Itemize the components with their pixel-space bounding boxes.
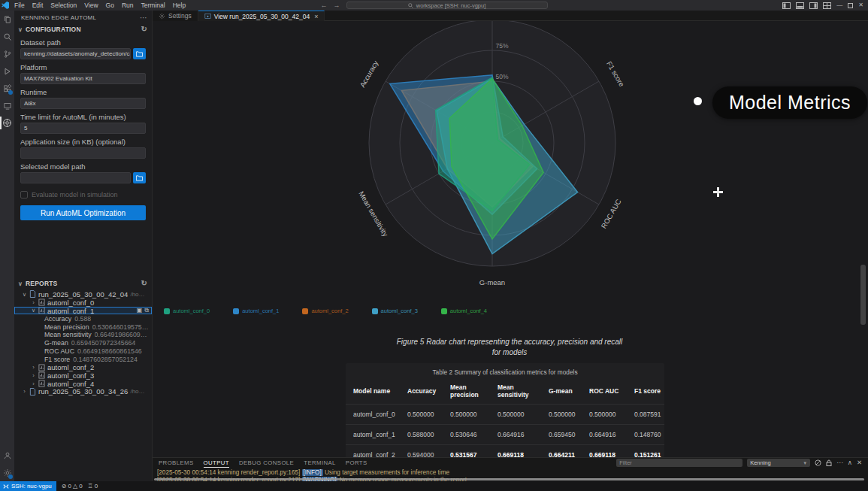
table-cell: 0.500000 bbox=[490, 405, 541, 425]
activity-item-settings[interactable] bbox=[0, 464, 14, 481]
application-size-label: Application size (in KB) (optional) bbox=[20, 138, 146, 146]
activity-item-extensions[interactable] bbox=[0, 80, 14, 97]
panel-tab-problems[interactable]: PROBLEMS bbox=[159, 458, 194, 468]
metric-mean-sensitivity[interactable]: Mean sensitivity0.6649198660918719 bbox=[14, 331, 152, 339]
activity-item-explorer[interactable] bbox=[0, 11, 14, 28]
output-channel-select[interactable]: Kenning ▼ bbox=[747, 459, 810, 467]
metric-roc-auc[interactable]: ROC AUC0.6649198660861546 bbox=[14, 347, 152, 356]
legend-item-automl_conf_4[interactable]: automl_conf_4 bbox=[441, 308, 487, 314]
editor-scrollbar[interactable] bbox=[860, 265, 866, 325]
ports-indicator[interactable]: ♖ 0 bbox=[88, 483, 98, 489]
menu-terminal[interactable]: Terminal bbox=[138, 2, 169, 9]
command-center-search[interactable]: workspace [SSH: nuc-vgpu] bbox=[346, 2, 548, 9]
refresh-icon[interactable]: ↻ bbox=[141, 26, 147, 33]
figure-caption-line2: for models bbox=[250, 347, 769, 358]
menu-view[interactable]: View bbox=[80, 2, 101, 9]
problems-indicator[interactable]: ⊘ 0 △ 0 bbox=[62, 483, 83, 489]
tree-item-automl-conf-2[interactable]: ›automl_conf_2 bbox=[14, 363, 152, 371]
activity-item-accounts[interactable] bbox=[0, 447, 14, 464]
toggle-panel-icon[interactable] bbox=[796, 2, 804, 9]
sidebar-title: KENNING EDGE AUTOML bbox=[21, 14, 140, 21]
simulation-checkbox-row[interactable]: Evaluate model in simulation bbox=[20, 191, 146, 199]
metric-f1-score[interactable]: F1 score0.1487602857052124 bbox=[14, 355, 152, 363]
close-panel-icon[interactable]: ✕ bbox=[857, 459, 862, 466]
selected-model-path-input[interactable] bbox=[20, 172, 131, 183]
tree-item-run-2025-05-30-00-42-04[interactable]: ∨run_2025_05_30_00_42_04/home/ad/kenning… bbox=[14, 290, 152, 299]
legend-item-automl_conf_3[interactable]: automl_conf_3 bbox=[372, 308, 418, 314]
tab-view-run-2025-05-30-00-42-04[interactable]: View run_2025_05_30_00_42_04× bbox=[198, 11, 325, 21]
panel-horizontal-scrollbar[interactable] bbox=[154, 478, 864, 480]
nav-back-icon[interactable]: ← bbox=[321, 2, 328, 9]
menu-run[interactable]: Run bbox=[118, 2, 138, 9]
folder-icon bbox=[136, 51, 143, 57]
simulation-checkbox[interactable] bbox=[20, 191, 28, 199]
panel-tab-output[interactable]: OUTPUT bbox=[204, 458, 229, 468]
activity-item-source-control[interactable] bbox=[0, 45, 14, 62]
tree-item-automl-conf-1[interactable]: ∨automl_conf_1▣⧉ bbox=[14, 307, 152, 315]
metric-g-mean[interactable]: G-mean0.6594507972345664 bbox=[14, 339, 152, 347]
activity-item-run-debug[interactable] bbox=[0, 62, 14, 80]
configuration-header-label: CONFIGURATION bbox=[26, 26, 81, 33]
maximize-panel-icon[interactable]: ∧ bbox=[848, 459, 852, 466]
lock-scroll-icon[interactable] bbox=[826, 459, 832, 466]
activity-item-remote-explorer[interactable] bbox=[0, 97, 14, 114]
tree-item-label: automl_conf_2 bbox=[47, 363, 94, 371]
panel-tab-ports[interactable]: PORTS bbox=[346, 458, 367, 468]
refresh-icon[interactable]: ↻ bbox=[141, 280, 147, 287]
dataset-path-input[interactable]: kenning://datasets/anomaly_detection/cat… bbox=[20, 48, 131, 59]
remote-indicator[interactable]: SSH: nuc-vgpu bbox=[0, 481, 56, 491]
table-cell: 0.664916 bbox=[490, 425, 541, 445]
tree-item-label: automl_conf_0 bbox=[47, 299, 94, 307]
panel-tab-debug-console[interactable]: DEBUG CONSOLE bbox=[239, 458, 294, 468]
close-tab-icon[interactable]: × bbox=[314, 13, 318, 20]
kenning-sidebar: KENNING EDGE AUTOML ⋯ ∨ CONFIGURATION ↻ … bbox=[14, 11, 153, 481]
tree-item-automl-conf-4[interactable]: ›automl_conf_4 bbox=[14, 380, 152, 388]
toggle-secondary-sidebar-icon[interactable] bbox=[809, 2, 818, 9]
selected-model-path-browse-button[interactable] bbox=[133, 172, 146, 183]
more-actions-icon[interactable]: ⋯ bbox=[836, 459, 843, 466]
tree-item-run-2025-05-30-00-34-26[interactable]: ›run_2025_05_30_00_34_26/home/ad/kenning… bbox=[14, 388, 152, 396]
metric-accuracy[interactable]: Accuracy0.588 bbox=[14, 314, 152, 323]
menu-selection[interactable]: Selection bbox=[47, 2, 80, 9]
panel-tab-terminal[interactable]: TERMINAL bbox=[304, 458, 336, 468]
configuration-section-header[interactable]: ∨ CONFIGURATION ↻ bbox=[14, 24, 152, 35]
copy-icon[interactable]: ⧉ bbox=[144, 307, 149, 314]
dataset-path-browse-button[interactable] bbox=[133, 48, 146, 59]
nav-forward-icon[interactable]: → bbox=[334, 2, 340, 9]
menu-help[interactable]: Help bbox=[169, 2, 189, 9]
time-limit-label: Time limit for AutoML (in minutes) bbox=[20, 113, 146, 121]
chevron-right-icon: › bbox=[31, 299, 36, 306]
reports-section-header[interactable]: ∨ REPORTS ↻ bbox=[14, 278, 152, 289]
sidebar-more-actions-icon[interactable]: ⋯ bbox=[140, 14, 147, 22]
tree-item-automl-conf-0[interactable]: ›automl_conf_0 bbox=[14, 299, 152, 307]
restore-icon[interactable] bbox=[848, 3, 853, 8]
badge-dot bbox=[8, 90, 13, 95]
report-file-icon bbox=[29, 290, 36, 298]
menu-go[interactable]: Go bbox=[102, 2, 118, 9]
run-automl-button[interactable]: Run AutoML Optimization bbox=[20, 205, 146, 220]
remote-explorer-icon bbox=[3, 102, 12, 111]
metric-mean-precision[interactable]: Mean precision0.5306460195758963 bbox=[14, 323, 152, 331]
time-limit-input[interactable]: 5 bbox=[20, 123, 146, 134]
tab-settings[interactable]: Settings bbox=[153, 11, 198, 21]
platform-input[interactable]: MAX78002 Evaluation Kit bbox=[20, 73, 146, 84]
runtime-input[interactable]: Ai8x bbox=[20, 98, 146, 109]
clear-output-icon[interactable] bbox=[815, 459, 821, 466]
customize-layout-icon[interactable] bbox=[823, 2, 831, 9]
activity-item-search[interactable] bbox=[0, 28, 14, 45]
application-size-input[interactable] bbox=[20, 147, 146, 159]
table-cell: 0.148760 bbox=[627, 425, 664, 445]
menu-edit[interactable]: Edit bbox=[29, 2, 47, 9]
output-filter-input[interactable] bbox=[616, 459, 742, 467]
legend-item-automl_conf_1[interactable]: automl_conf_1 bbox=[233, 308, 279, 314]
menu-file[interactable]: File bbox=[11, 2, 29, 9]
output-channel-value: Kenning bbox=[750, 459, 771, 466]
legend-item-automl_conf_2[interactable]: automl_conf_2 bbox=[302, 308, 348, 314]
close-window-icon[interactable]: ✕ bbox=[858, 2, 863, 8]
toggle-sidebar-icon[interactable] bbox=[782, 2, 791, 9]
tree-item-automl-conf-3[interactable]: ›automl_conf_3 bbox=[14, 371, 152, 380]
legend-item-automl_conf_0[interactable]: automl_conf_0 bbox=[164, 308, 210, 314]
open-report-icon[interactable]: ▣ bbox=[137, 307, 143, 314]
activity-item-kenning[interactable] bbox=[0, 114, 14, 132]
minimize-icon[interactable]: — bbox=[836, 2, 842, 8]
